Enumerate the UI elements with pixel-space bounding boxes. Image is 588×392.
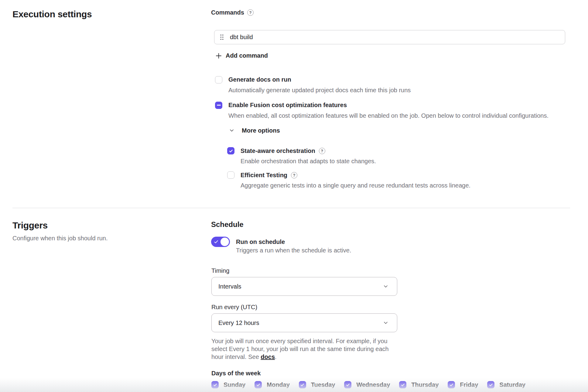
day-label: Tuesday	[311, 381, 335, 388]
efficient-testing-label: Efficient Testing	[241, 172, 287, 179]
commands-help-icon[interactable]: ?	[247, 9, 254, 16]
generate-docs-checkbox[interactable]	[215, 76, 222, 83]
execution-settings-title: Execution settings	[12, 9, 202, 19]
state-aware-description: Enable orchestration that adapts to stat…	[241, 158, 376, 165]
generate-docs-description: Automatically generate updated project d…	[228, 87, 411, 94]
add-command-button[interactable]: Add command	[215, 52, 268, 59]
run-on-schedule-toggle[interactable]	[211, 237, 230, 247]
day-checkbox[interactable]	[299, 381, 306, 388]
state-aware-checkbox[interactable]	[227, 147, 234, 154]
day-checkbox[interactable]	[448, 381, 455, 388]
run-on-schedule-label: Run on schedule	[236, 238, 285, 245]
execution-settings-left-column: Execution settings	[0, 9, 211, 19]
chevron-down-icon	[383, 284, 388, 289]
day-checkbox-item: Sunday	[211, 381, 245, 388]
day-label: Thursday	[411, 381, 439, 388]
triggers-left-column: Triggers Configure when this job should …	[0, 220, 211, 242]
command-value[interactable]: dbt build	[230, 34, 253, 41]
timing-value: Intervals	[218, 283, 241, 290]
triggers-title: Triggers	[12, 220, 202, 231]
docs-link[interactable]: docs	[261, 353, 275, 360]
more-options-expander[interactable]: More options	[229, 127, 280, 134]
state-aware-label: State-aware orchestration	[241, 147, 315, 154]
add-command-label: Add command	[226, 52, 268, 59]
day-checkbox-item: Monday	[255, 381, 290, 388]
triggers-subtitle: Configure when this job should run.	[12, 235, 202, 242]
interval-help-text: Your job will run once every specified i…	[211, 337, 392, 361]
day-checkbox[interactable]	[211, 381, 219, 388]
execution-settings-section: Execution settings Commands ? dbt build …	[0, 9, 588, 189]
run-on-schedule-description: Triggers a run when the schedule is acti…	[236, 247, 351, 254]
commands-label: Commands	[211, 9, 244, 16]
triggers-right-column: Schedule Run on schedule Triggers a run …	[211, 220, 588, 388]
fusion-optimization-description: When enabled, all cost optimization feat…	[228, 112, 549, 119]
timing-label: Timing	[211, 267, 570, 274]
execution-settings-right-column: Commands ? dbt build Add command Generat…	[211, 9, 588, 189]
run-every-label: Run every (UTC)	[211, 304, 570, 311]
section-divider	[12, 208, 570, 208]
timing-select[interactable]: Intervals	[211, 277, 397, 296]
generate-docs-label: Generate docs on run	[228, 76, 291, 83]
day-checkbox-item: Saturday	[487, 381, 525, 388]
days-of-week-row: Sunday Monday Tuesday Wednesday Thursday…	[211, 381, 570, 388]
drag-handle-icon[interactable]	[220, 34, 224, 40]
fusion-optimization-label: Enable Fusion cost optimization features	[228, 102, 347, 109]
triggers-section: Triggers Configure when this job should …	[0, 220, 588, 388]
efficient-testing-description: Aggregate generic tests into a single qu…	[241, 182, 470, 189]
toggle-check-icon	[214, 239, 219, 244]
day-checkbox-item: Thursday	[399, 381, 439, 388]
day-label: Saturday	[499, 381, 525, 388]
day-checkbox[interactable]	[399, 381, 406, 388]
efficient-testing-help-icon[interactable]: ?	[291, 172, 297, 178]
plus-icon	[215, 52, 222, 59]
more-options-label: More options	[242, 127, 280, 134]
run-every-value: Every 12 hours	[218, 319, 259, 326]
state-aware-row: State-aware orchestration ? Enable orche…	[227, 147, 570, 165]
job-settings-page: Execution settings Commands ? dbt build …	[0, 0, 588, 392]
run-every-select[interactable]: Every 12 hours	[211, 313, 397, 332]
efficient-testing-row: Efficient Testing ? Aggregate generic te…	[227, 171, 570, 189]
chevron-down-icon	[383, 320, 388, 326]
day-label: Monday	[267, 381, 290, 388]
generate-docs-row: Generate docs on run Automatically gener…	[215, 76, 570, 94]
commands-label-row: Commands ?	[211, 9, 570, 16]
day-label: Wednesday	[356, 381, 390, 388]
state-aware-help-icon[interactable]: ?	[319, 148, 325, 154]
fusion-optimization-row: Enable Fusion cost optimization features…	[215, 101, 570, 119]
day-checkbox[interactable]	[487, 381, 494, 388]
days-of-week-label: Days of the week	[211, 370, 570, 377]
day-label: Friday	[460, 381, 478, 388]
day-label: Sunday	[224, 381, 245, 388]
day-checkbox-item: Tuesday	[299, 381, 335, 388]
day-checkbox[interactable]	[344, 381, 351, 388]
efficient-testing-checkbox[interactable]	[227, 171, 234, 179]
day-checkbox-item: Wednesday	[344, 381, 390, 388]
run-on-schedule-row: Run on schedule Triggers a run when the …	[211, 237, 570, 254]
chevron-down-icon	[229, 128, 234, 133]
command-input[interactable]: dbt build	[214, 30, 565, 44]
toggle-knob	[220, 238, 229, 246]
schedule-title: Schedule	[211, 220, 570, 229]
day-checkbox-item: Friday	[448, 381, 478, 388]
fusion-optimization-checkbox[interactable]	[215, 102, 222, 109]
day-checkbox[interactable]	[255, 381, 262, 388]
